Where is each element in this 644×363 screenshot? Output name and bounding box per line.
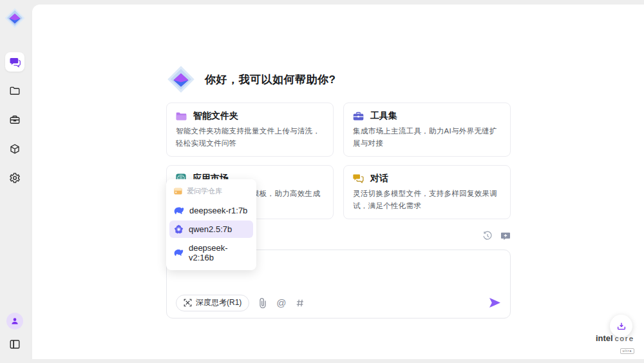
deep-think-toggle[interactable]: 深度思考(R1) bbox=[176, 295, 249, 311]
card-title: 智能文件夹 bbox=[193, 110, 238, 122]
model-option-qwen[interactable]: qwen2.5:7b bbox=[169, 221, 253, 238]
deepseek-logo-icon bbox=[174, 207, 184, 215]
core-wordmark: core bbox=[615, 335, 634, 342]
cube-icon bbox=[9, 143, 21, 155]
layout-panel-icon bbox=[9, 338, 21, 350]
card-title: 工具集 bbox=[370, 110, 397, 122]
greeting-title: 你好，我可以如何帮助你? bbox=[205, 72, 336, 87]
main-panel: 你好，我可以如何帮助你? 智能文件夹 智能文件夹功能支持批量文件上传与清洗，轻松… bbox=[32, 5, 644, 359]
qwen-logo-icon bbox=[174, 224, 184, 234]
history-icon[interactable] bbox=[482, 231, 493, 241]
collapse-sidebar-button[interactable] bbox=[6, 336, 23, 353]
folder-icon bbox=[9, 85, 21, 97]
chat-icon bbox=[9, 56, 21, 68]
sidebar-item-folders[interactable] bbox=[5, 81, 24, 101]
at-icon[interactable]: @ bbox=[276, 297, 286, 308]
deepseek-logo-icon bbox=[174, 249, 184, 257]
send-icon[interactable] bbox=[489, 297, 501, 308]
folder-icon bbox=[176, 112, 187, 121]
sidebar-item-chat[interactable] bbox=[5, 52, 24, 72]
deep-think-icon bbox=[184, 299, 192, 307]
chat-bubbles-icon bbox=[353, 173, 364, 183]
model-option-deepseek-r1[interactable]: deepseek-r1:7b bbox=[169, 202, 253, 219]
user-avatar[interactable] bbox=[6, 313, 23, 329]
download-icon bbox=[616, 321, 627, 331]
greeting: 你好，我可以如何帮助你? bbox=[166, 64, 511, 94]
deep-think-label: 深度思考(R1) bbox=[196, 297, 242, 308]
card-title: 对话 bbox=[370, 173, 388, 184]
card-description: 智能文件夹功能支持批量文件上传与清洗，轻松实现文件问答 bbox=[176, 125, 324, 150]
briefcase-icon bbox=[353, 112, 364, 121]
sidebar-item-models[interactable] bbox=[5, 139, 24, 159]
greeting-logo-icon bbox=[166, 64, 196, 94]
sidebar-item-settings[interactable] bbox=[5, 168, 24, 188]
briefcase-icon bbox=[9, 114, 21, 126]
paperclip-icon[interactable] bbox=[258, 298, 267, 308]
card-smart-folder[interactable]: 智能文件夹 智能文件夹功能支持批量文件上传与清洗，轻松实现文件问答 bbox=[166, 103, 334, 157]
person-icon bbox=[10, 317, 19, 326]
app-window: 你好，我可以如何帮助你? 智能文件夹 智能文件夹功能支持批量文件上传与清洗，轻松… bbox=[0, 0, 644, 363]
model-dropdown: 爱问学仓库 deepseek-r1:7b qwen2.5:7b deepseek… bbox=[166, 179, 256, 270]
card-conversation[interactable]: 对话 灵活切换多模型文件，支持多样回复效果调试，满足个性化需求 bbox=[343, 165, 511, 219]
hash-icon[interactable] bbox=[296, 299, 305, 308]
repository-icon bbox=[174, 188, 182, 195]
gear-icon bbox=[9, 172, 21, 184]
ultra-badge: ultra bbox=[620, 348, 635, 354]
card-description: 灵活切换多模型文件，支持多样回复效果调试，满足个性化需求 bbox=[353, 188, 501, 212]
card-toolset[interactable]: 工具集 集成市场上主流工具，助力AI与外界无缝扩展与对接 bbox=[343, 103, 511, 157]
intel-core-badge: intelcore ultra bbox=[592, 333, 638, 355]
new-chat-icon[interactable] bbox=[500, 231, 511, 241]
model-dropdown-header: 爱问学仓库 bbox=[169, 183, 253, 201]
intel-wordmark: intel bbox=[596, 333, 613, 343]
app-logo-icon[interactable] bbox=[4, 7, 26, 29]
sidebar bbox=[0, 0, 30, 363]
card-description: 集成市场上主流工具，助力AI与外界无缝扩展与对接 bbox=[353, 125, 501, 150]
sidebar-item-toolbox[interactable] bbox=[5, 110, 24, 130]
model-option-deepseek-v2[interactable]: deepseek-v2:16b bbox=[169, 239, 253, 266]
